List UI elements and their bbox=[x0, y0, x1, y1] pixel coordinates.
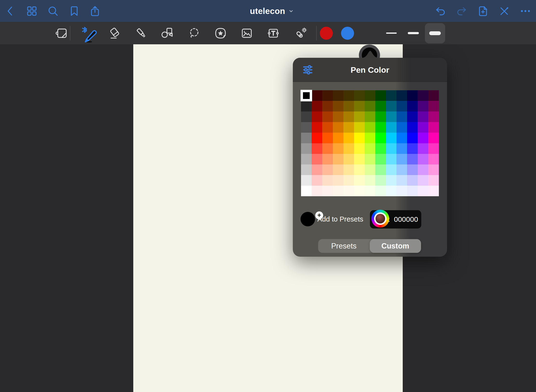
color-cell[interactable] bbox=[343, 143, 354, 154]
color-cell[interactable] bbox=[333, 90, 343, 101]
color-cell[interactable] bbox=[365, 154, 375, 164]
color-cell[interactable] bbox=[322, 175, 333, 186]
color-cell[interactable] bbox=[407, 186, 418, 196]
tab-custom[interactable]: Custom bbox=[370, 239, 421, 253]
image-tool-button[interactable] bbox=[240, 26, 254, 40]
color-cell[interactable] bbox=[428, 90, 439, 101]
color-cell[interactable] bbox=[365, 101, 375, 111]
color-cell[interactable] bbox=[322, 186, 333, 196]
color-cell[interactable] bbox=[407, 111, 418, 122]
color-cell[interactable] bbox=[407, 90, 418, 101]
color-cell[interactable] bbox=[365, 90, 375, 101]
add-page-button[interactable] bbox=[477, 5, 489, 17]
color-cell[interactable] bbox=[386, 175, 396, 186]
color-cell[interactable] bbox=[312, 101, 322, 111]
color-cell[interactable] bbox=[428, 122, 439, 133]
back-button[interactable] bbox=[4, 5, 16, 17]
color-cell[interactable] bbox=[301, 143, 312, 154]
stroke-width-medium-button[interactable] bbox=[403, 23, 423, 43]
color-cell[interactable] bbox=[312, 143, 322, 154]
color-cell[interactable] bbox=[312, 111, 322, 122]
color-cell[interactable] bbox=[343, 175, 354, 186]
color-cell[interactable] bbox=[312, 133, 322, 143]
color-cell[interactable] bbox=[354, 186, 365, 196]
color-cell[interactable] bbox=[386, 111, 396, 122]
color-cell[interactable] bbox=[375, 143, 386, 154]
shapes-tool-button[interactable] bbox=[160, 26, 174, 40]
color-cell[interactable] bbox=[312, 164, 322, 175]
tab-presets[interactable]: Presets bbox=[318, 239, 370, 253]
color-cell[interactable] bbox=[301, 90, 312, 101]
color-cell[interactable] bbox=[418, 154, 428, 164]
color-cell[interactable] bbox=[396, 175, 407, 186]
color-cell[interactable] bbox=[322, 90, 333, 101]
more-options-button[interactable] bbox=[519, 5, 531, 17]
color-cell[interactable] bbox=[407, 175, 418, 186]
color-cell[interactable] bbox=[322, 133, 333, 143]
bookmark-button[interactable] bbox=[68, 5, 80, 17]
color-cell[interactable] bbox=[333, 122, 343, 133]
color-cell[interactable] bbox=[375, 186, 386, 196]
color-cell[interactable] bbox=[418, 90, 428, 101]
color-cell[interactable] bbox=[418, 164, 428, 175]
color-cell[interactable] bbox=[396, 133, 407, 143]
highlighter-tool-button[interactable] bbox=[135, 26, 148, 40]
color-cell[interactable] bbox=[354, 143, 365, 154]
scroll-mode-button[interactable] bbox=[55, 26, 68, 40]
color-cell[interactable] bbox=[365, 175, 375, 186]
color-cell[interactable] bbox=[407, 164, 418, 175]
stop-editing-button[interactable] bbox=[498, 5, 510, 17]
color-cell[interactable] bbox=[396, 154, 407, 164]
color-cell[interactable] bbox=[322, 164, 333, 175]
color-cell[interactable] bbox=[396, 90, 407, 101]
color-cell[interactable] bbox=[418, 175, 428, 186]
color-cell[interactable] bbox=[301, 186, 312, 196]
color-cell[interactable] bbox=[312, 122, 322, 133]
color-cell[interactable] bbox=[386, 133, 396, 143]
color-cell[interactable] bbox=[365, 143, 375, 154]
color-cell[interactable] bbox=[428, 143, 439, 154]
stroke-width-thick-button-selected[interactable] bbox=[425, 23, 445, 43]
redo-button[interactable] bbox=[456, 5, 468, 17]
color-cell[interactable] bbox=[418, 101, 428, 111]
color-cell[interactable] bbox=[333, 111, 343, 122]
color-cell[interactable] bbox=[375, 133, 386, 143]
color-cell[interactable] bbox=[343, 122, 354, 133]
color-cell[interactable] bbox=[354, 133, 365, 143]
color-cell[interactable] bbox=[312, 175, 322, 186]
color-cell[interactable] bbox=[312, 154, 322, 164]
color-cell[interactable] bbox=[333, 154, 343, 164]
color-cell[interactable] bbox=[301, 133, 312, 143]
color-cell[interactable] bbox=[418, 111, 428, 122]
color-cell[interactable] bbox=[333, 186, 343, 196]
color-cell[interactable] bbox=[428, 175, 439, 186]
color-cell[interactable] bbox=[428, 154, 439, 164]
color-cell[interactable] bbox=[343, 186, 354, 196]
color-cell[interactable] bbox=[396, 143, 407, 154]
color-cell[interactable] bbox=[365, 186, 375, 196]
color-cell[interactable] bbox=[322, 154, 333, 164]
lasso-tool-button[interactable] bbox=[188, 26, 201, 40]
color-cell[interactable] bbox=[343, 90, 354, 101]
color-cell[interactable] bbox=[333, 175, 343, 186]
color-cell[interactable] bbox=[428, 186, 439, 196]
page-thumbnails-button[interactable] bbox=[26, 5, 38, 17]
color-cell[interactable] bbox=[375, 90, 386, 101]
color-cell[interactable] bbox=[375, 164, 386, 175]
color-cell[interactable] bbox=[301, 164, 312, 175]
laser-pointer-tool-button[interactable] bbox=[294, 26, 307, 40]
color-cell[interactable] bbox=[396, 164, 407, 175]
color-cell[interactable] bbox=[354, 90, 365, 101]
color-cell[interactable] bbox=[333, 164, 343, 175]
search-button[interactable] bbox=[47, 5, 59, 17]
color-cell[interactable] bbox=[343, 154, 354, 164]
color-cell[interactable] bbox=[365, 122, 375, 133]
color-cell[interactable] bbox=[375, 154, 386, 164]
color-wheel-button[interactable] bbox=[371, 210, 389, 228]
color-cell[interactable] bbox=[407, 154, 418, 164]
color-cell[interactable] bbox=[343, 101, 354, 111]
color-cell[interactable] bbox=[343, 133, 354, 143]
color-cell[interactable] bbox=[386, 143, 396, 154]
color-cell[interactable] bbox=[375, 101, 386, 111]
color-cell[interactable] bbox=[386, 122, 396, 133]
